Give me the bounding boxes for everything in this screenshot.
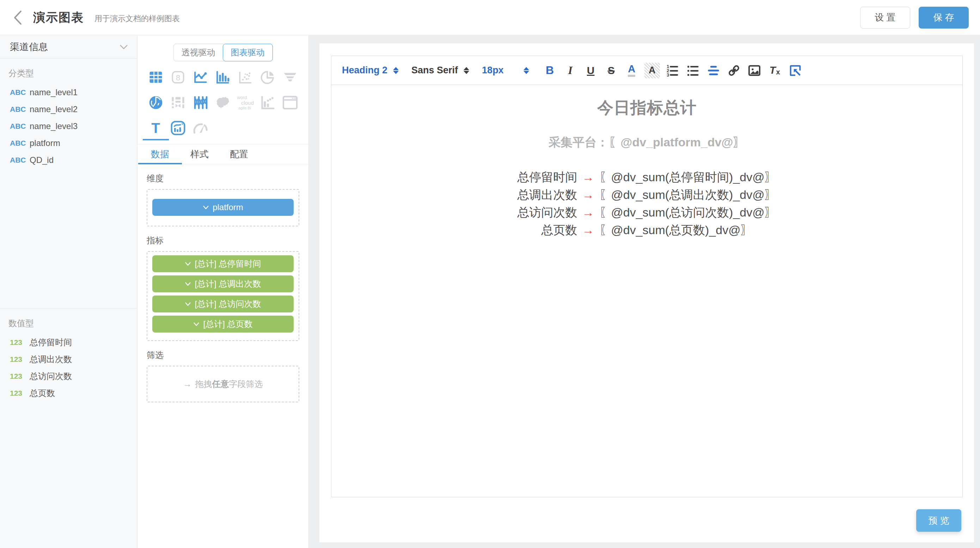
clear-format-icon: Tx (770, 65, 780, 76)
gauge-chart-icon[interactable] (192, 120, 209, 136)
mode-chart-driven[interactable]: 图表驱动 (223, 44, 273, 61)
dimension-pill-platform[interactable]: platform (152, 199, 294, 216)
mode-pivot-driven[interactable]: 透视驱动 (173, 44, 223, 61)
field-name: name_level1 (30, 88, 78, 97)
field-name: 总访问次数 (30, 371, 72, 382)
font-size-picker[interactable]: 18px (482, 65, 529, 76)
page: 演示图表 用于演示文档的样例图表 设 置 保 存 渠道信息 分类型 ABC na… (0, 0, 980, 548)
field-item-total-visit-count[interactable]: 123 总访问次数 (8, 368, 137, 385)
metric-line: 总停留时间→〖@dv_sum(总停留时间)_dv@〗 (331, 168, 963, 186)
heading-picker-value: Heading 2 (342, 65, 387, 76)
highlight-button[interactable]: A (642, 60, 662, 81)
combo-chart-icon[interactable] (260, 94, 276, 111)
fields-sidebar: 渠道信息 分类型 ABC name_level1 ABC name_level2… (0, 35, 137, 548)
funnel-chart-icon[interactable] (282, 69, 298, 85)
scatter-chart-icon[interactable] (237, 69, 253, 85)
clear-format-button[interactable]: Tx (765, 60, 785, 81)
field-item-total-callout-count[interactable]: 123 总调出次数 (8, 351, 137, 368)
sankey-chart-icon[interactable] (170, 94, 186, 111)
settings-button[interactable]: 设 置 (860, 7, 910, 29)
bold-icon: B (546, 64, 554, 77)
editor-content[interactable]: 今日指标总计 采集平台：〖@dv_platform_dv@〗 总停留时间→〖@d… (331, 85, 963, 497)
table-chart-icon[interactable] (148, 69, 164, 85)
chevron-down-icon (185, 302, 191, 306)
dataset-name: 渠道信息 (10, 41, 48, 53)
metric-pill-total-visit-count[interactable]: [总计] 总访问次数 (152, 296, 294, 312)
align-center-icon (706, 64, 721, 78)
metric-line: 总访问次数→〖@dv_sum(总访问次数)_dv@〗 (331, 204, 963, 221)
filter-dropzone[interactable]: → 拖拽任意字段筛选 (146, 366, 299, 402)
metric-lines: 总停留时间→〖@dv_sum(总停留时间)_dv@〗 总调出次数→〖@dv_su… (331, 168, 963, 239)
radar-chart-icon[interactable] (148, 94, 164, 111)
metric-pill-total-stay-time[interactable]: [总计] 总停留时间 (152, 255, 294, 272)
field-item-total-pages[interactable]: 123 总页数 (8, 385, 137, 401)
word-cloud-icon[interactable]: word cloud agile Bi (237, 94, 253, 111)
select-element-button[interactable] (785, 60, 805, 81)
font-picker[interactable]: Sans Serif (411, 65, 469, 76)
editor-toolbar: Heading 2 Sans Serif 18px B I (331, 56, 963, 85)
underline-icon: U (587, 65, 595, 76)
field-item-qd_id[interactable]: ABC QD_id (8, 151, 137, 169)
svg-text:3: 3 (667, 72, 669, 77)
bullet-list-button[interactable] (683, 60, 703, 81)
dataset-selector[interactable]: 渠道信息 (0, 35, 137, 59)
main-area: Heading 2 Sans Serif 18px B I (309, 35, 980, 548)
save-button[interactable]: 保 存 (919, 7, 969, 29)
tab-style[interactable]: 样式 (180, 144, 219, 164)
back-chevron-icon (13, 10, 22, 25)
image-button[interactable] (744, 60, 765, 81)
number-type-icon: 123 (10, 338, 30, 347)
text-color-button[interactable]: A (622, 60, 642, 81)
italic-button[interactable]: I (560, 60, 581, 81)
heading-picker[interactable]: Heading 2 (342, 65, 399, 76)
chevron-down-icon (185, 262, 191, 266)
underline-button[interactable]: U (581, 60, 601, 81)
platform-line: 采集平台：〖@dv_platform_dv@〗 (331, 134, 963, 151)
line-chart-icon[interactable] (192, 69, 209, 85)
preview-button[interactable]: 预 览 (916, 509, 961, 532)
bullet-list-icon (686, 64, 700, 78)
metrics-dropzone[interactable]: [总计] 总停留时间 [总计] 总调出次数 [总计] 总访问次数 [总计] 总页… (146, 251, 299, 341)
bar-chart-icon[interactable] (215, 69, 231, 85)
china-map-icon[interactable] (215, 94, 231, 111)
metric-pill-total-callout-count[interactable]: [总计] 总调出次数 (152, 276, 294, 292)
abc-type-icon: ABC (10, 105, 30, 113)
abc-type-icon: ABC (10, 139, 30, 147)
align-button[interactable] (703, 60, 724, 81)
tab-data[interactable]: 数据 (140, 144, 180, 164)
parallel-chart-icon[interactable] (192, 94, 209, 111)
rich-text-editor: Heading 2 Sans Serif 18px B I (331, 56, 963, 497)
chevron-down-icon (119, 45, 128, 49)
field-name: 总停留时间 (30, 337, 72, 348)
field-item-total-stay-time[interactable]: 123 总停留时间 (8, 334, 137, 351)
dimensions-dropzone[interactable]: platform (146, 189, 299, 226)
bold-button[interactable]: B (540, 60, 560, 81)
iframe-widget-icon[interactable] (282, 94, 298, 111)
metric-line: 总调出次数→〖@dv_sum(总调出次数)_dv@〗 (331, 186, 963, 204)
field-item-platform[interactable]: ABC platform (8, 135, 137, 151)
numeric-section-label: 数值型 (8, 318, 137, 329)
updown-arrows-icon (393, 67, 399, 74)
abc-type-icon: ABC (10, 156, 30, 164)
pill-label: [总计] 总页数 (203, 319, 252, 330)
tab-config[interactable]: 配置 (219, 144, 259, 164)
metric-pill-total-pages[interactable]: [总计] 总页数 (152, 315, 294, 333)
back-button[interactable] (7, 7, 28, 28)
link-button[interactable] (724, 60, 744, 81)
arrow-icon: → (577, 206, 599, 219)
field-item-name_level1[interactable]: ABC name_level1 (8, 84, 137, 101)
ordered-list-button[interactable]: 123 (662, 60, 683, 81)
dimensions-label: 维度 (146, 173, 299, 184)
number-card-icon[interactable]: 8 (170, 69, 186, 85)
abc-type-icon: ABC (10, 88, 30, 97)
pill-label: [总计] 总调出次数 (194, 278, 261, 290)
field-item-name_level2[interactable]: ABC name_level2 (8, 101, 137, 118)
strikethrough-button[interactable]: S (601, 60, 622, 81)
image-icon (747, 64, 761, 78)
highlight-icon: A (644, 63, 660, 78)
media-card-icon[interactable] (170, 120, 186, 136)
filter-label: 筛选 (146, 349, 299, 361)
text-widget-icon[interactable]: T (148, 120, 164, 136)
field-item-name_level3[interactable]: ABC name_level3 (8, 118, 137, 135)
pie-chart-icon[interactable] (260, 69, 276, 85)
